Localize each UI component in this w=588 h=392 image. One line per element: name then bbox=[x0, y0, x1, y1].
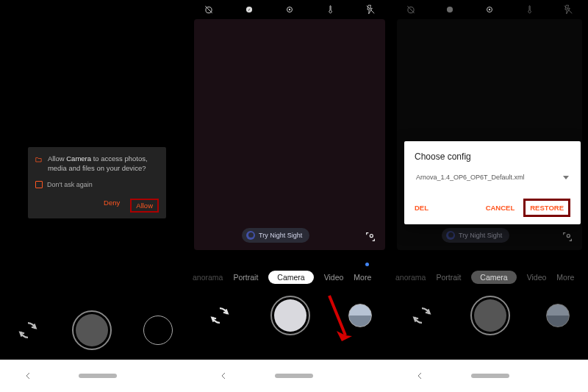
back-icon[interactable] bbox=[219, 371, 228, 380]
aspect-ratio-icon[interactable] bbox=[562, 231, 573, 243]
chevron-down-icon bbox=[563, 176, 569, 179]
home-pill[interactable] bbox=[471, 374, 509, 378]
hdr-plus-icon[interactable] bbox=[445, 4, 455, 15]
deny-button[interactable]: Deny bbox=[104, 199, 120, 213]
mode-more[interactable]: More bbox=[556, 273, 574, 282]
svg-point-7 bbox=[447, 7, 453, 13]
night-sight-label: Try Night Sight bbox=[459, 232, 502, 239]
mode-panorama[interactable]: anorama bbox=[395, 273, 426, 282]
home-pill[interactable] bbox=[275, 374, 313, 378]
svg-point-10 bbox=[567, 235, 570, 238]
config-selected-value: Arnova_1.4_OP6_OP6T_Default.xml bbox=[416, 174, 525, 181]
mode-video[interactable]: Video bbox=[527, 273, 547, 282]
timer-off-icon[interactable] bbox=[204, 4, 214, 15]
night-sight-chip[interactable]: Try Night Sight bbox=[442, 228, 509, 243]
shutter-button[interactable] bbox=[470, 296, 510, 335]
choose-config-dialog: Choose config Arnova_1.4_OP6_OP6T_Defaul… bbox=[404, 141, 581, 224]
checkbox-icon bbox=[35, 181, 43, 188]
back-icon[interactable] bbox=[415, 371, 424, 380]
svg-point-5 bbox=[370, 235, 373, 238]
moon-icon bbox=[446, 231, 455, 240]
moon-icon bbox=[246, 231, 255, 240]
gallery-thumbnail[interactable] bbox=[143, 316, 173, 345]
night-sight-chip[interactable]: Try Night Sight bbox=[242, 228, 309, 243]
top-toolbar bbox=[391, 0, 588, 19]
mode-panorama[interactable]: anorama bbox=[193, 273, 223, 282]
aspect-ratio-icon[interactable] bbox=[365, 231, 376, 243]
shutter-button[interactable] bbox=[270, 296, 310, 335]
mode-portrait[interactable]: Portrait bbox=[233, 273, 258, 282]
screenshot-camera-main: ✓ Try Night Sight anorama Portrait Camer… bbox=[188, 0, 391, 360]
permission-message: Allow Camera to access photos, media and… bbox=[48, 154, 159, 174]
permission-dialog: Allow Camera to access photos, media and… bbox=[28, 147, 166, 218]
mode-selector[interactable]: anorama Portrait Camera Video More bbox=[391, 266, 588, 288]
mode-selector[interactable]: anorama Portrait Camera Video More bbox=[188, 266, 391, 288]
mode-portrait[interactable]: Portrait bbox=[436, 273, 461, 282]
screenshot-permission-dialog: Allow Camera to access photos, media and… bbox=[0, 0, 188, 360]
top-toolbar: ✓ bbox=[188, 0, 391, 19]
folder-icon bbox=[35, 154, 42, 165]
gallery-thumbnail[interactable] bbox=[348, 304, 372, 327]
timer-off-icon[interactable] bbox=[406, 4, 416, 15]
screenshot-config-dialog: Motion is enabled Try Night Sight Choose… bbox=[391, 0, 588, 360]
switch-camera-icon[interactable] bbox=[409, 303, 434, 328]
shutter-button[interactable] bbox=[72, 310, 112, 350]
restore-button[interactable]: RESTORE bbox=[523, 199, 570, 217]
temperature-icon[interactable] bbox=[524, 4, 534, 15]
mode-more[interactable]: More bbox=[354, 273, 371, 282]
home-pill[interactable] bbox=[79, 374, 117, 378]
android-navbar bbox=[0, 360, 588, 392]
dont-ask-again-label: Don't ask again bbox=[47, 181, 93, 188]
switch-camera-icon[interactable] bbox=[15, 318, 40, 343]
gallery-thumbnail[interactable] bbox=[546, 304, 570, 327]
flash-off-icon[interactable] bbox=[365, 4, 376, 15]
night-sight-label: Try Night Sight bbox=[259, 232, 302, 239]
hdr-plus-icon[interactable]: ✓ bbox=[244, 4, 254, 15]
mode-video[interactable]: Video bbox=[324, 273, 344, 282]
motion-icon[interactable] bbox=[284, 4, 295, 15]
svg-point-4 bbox=[289, 9, 290, 10]
temperature-icon[interactable] bbox=[325, 4, 335, 15]
allow-button[interactable]: Allow bbox=[130, 199, 159, 213]
mode-camera[interactable]: Camera bbox=[268, 271, 313, 284]
switch-camera-icon[interactable] bbox=[207, 303, 232, 328]
flash-off-icon[interactable] bbox=[563, 4, 573, 15]
dont-ask-again-checkbox[interactable]: Don't ask again bbox=[35, 181, 159, 188]
motion-icon[interactable] bbox=[484, 4, 495, 15]
dialog-title: Choose config bbox=[415, 152, 570, 162]
delete-button[interactable]: DEL bbox=[415, 204, 429, 212]
back-icon[interactable] bbox=[24, 371, 32, 380]
svg-text:✓: ✓ bbox=[248, 8, 251, 12]
svg-point-9 bbox=[489, 9, 490, 10]
viewfinder[interactable]: Try Night Sight bbox=[194, 19, 385, 250]
config-dropdown[interactable]: Arnova_1.4_OP6_OP6T_Default.xml bbox=[415, 171, 570, 188]
mode-camera[interactable]: Camera bbox=[471, 271, 516, 284]
cancel-button[interactable]: CANCEL bbox=[486, 204, 515, 212]
